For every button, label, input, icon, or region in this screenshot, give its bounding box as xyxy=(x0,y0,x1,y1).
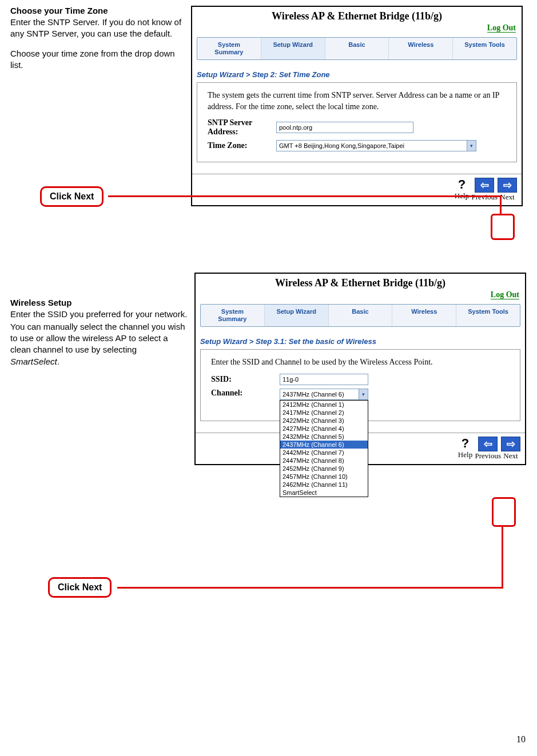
help-button-2[interactable]: ? Help xyxy=(457,437,474,459)
highlight-next-2 xyxy=(492,497,516,527)
tab2-system-summary[interactable]: System Summary xyxy=(201,305,265,326)
logout-link[interactable]: Log Out xyxy=(487,23,516,33)
tab-setup-wizard[interactable]: Setup Wizard xyxy=(261,38,325,59)
channel-option[interactable]: 2432MHz (Channel 5) xyxy=(280,433,368,441)
callout-click-next-2: Click Next xyxy=(48,577,112,598)
timezone-value: GMT +8 Beijing,Hong Kong,Singapore,Taipe… xyxy=(279,142,404,149)
panel1-desc: The system gets the current time from SN… xyxy=(208,90,506,112)
connector2-v xyxy=(502,527,503,589)
section1-heading: Choose your Time Zone xyxy=(10,6,182,15)
arrow-left-icon-2: ⇦ xyxy=(478,437,498,451)
next-button-2[interactable]: ⇨ Next xyxy=(501,437,520,461)
tab-system-summary[interactable]: System Summary xyxy=(197,38,261,59)
panel-timezone: Wireless AP & Ethernet Bridge (11b/g) Lo… xyxy=(191,6,523,206)
previous-button-2[interactable]: ⇦ Previous xyxy=(475,437,502,461)
panel-wireless: Wireless AP & Ethernet Bridge (11b/g) Lo… xyxy=(194,273,526,465)
channel-option[interactable]: 2412MHz (Channel 1) xyxy=(280,401,368,409)
channel-select[interactable]: 2437MHz (Channel 6) ▾ xyxy=(280,389,368,400)
chevron-down-icon[interactable]: ▾ xyxy=(467,141,476,151)
connector1-v xyxy=(500,195,502,214)
channel-option-selected[interactable]: 2437MHz (Channel 6) xyxy=(280,441,368,449)
logout-link-2[interactable]: Log Out xyxy=(491,290,519,299)
section1-para2: Choose your time zone from the drop down… xyxy=(10,48,182,71)
tab-wireless[interactable]: Wireless xyxy=(389,38,453,59)
panel1-tabs: System Summary Setup Wizard Basic Wirele… xyxy=(197,37,517,60)
panel2-breadcrumb: Setup Wizard > Step 3.1: Set the basic o… xyxy=(196,327,525,348)
channel-option[interactable]: 2427MHz (Channel 4) xyxy=(280,425,368,433)
panel2-title: Wireless AP & Ethernet Bridge (11b/g) xyxy=(196,274,525,290)
channel-option[interactable]: 2462MHz (Channel 11) xyxy=(280,481,368,489)
section2-sidebar: Wireless Setup Enter the SSID you prefer… xyxy=(10,273,188,465)
timezone-select[interactable]: GMT +8 Beijing,Hong Kong,Singapore,Taipe… xyxy=(276,140,476,151)
tab2-setup-wizard[interactable]: Setup Wizard xyxy=(265,305,329,326)
tab2-wireless[interactable]: Wireless xyxy=(392,305,456,326)
arrow-right-icon-2: ⇨ xyxy=(501,437,520,451)
panel2-tabs: System Summary Setup Wizard Basic Wirele… xyxy=(200,304,520,327)
ssid-input[interactable] xyxy=(280,374,368,385)
panel1-breadcrumb: Setup Wizard > Step 2: Set Time Zone xyxy=(192,60,522,81)
channel-dropdown-list: 2412MHz (Channel 1) 2417MHz (Channel 2) … xyxy=(280,400,368,497)
panel2-desc: Enter the SSID and Channel to be used by… xyxy=(211,357,510,368)
connector1-h xyxy=(108,195,502,197)
previous-button[interactable]: ⇦ Previous xyxy=(472,178,498,202)
sntp-label: SNTP Server Address: xyxy=(208,118,276,137)
arrow-right-icon: ⇨ xyxy=(498,178,517,193)
channel-option[interactable]: 2457MHz (Channel 10) xyxy=(280,473,368,481)
panel1-title: Wireless AP & Ethernet Bridge (11b/g) xyxy=(192,7,522,23)
channel-option[interactable]: SmartSelect xyxy=(280,489,368,497)
channel-label: Channel: xyxy=(211,389,280,398)
tab2-system-tools[interactable]: System Tools xyxy=(456,305,520,326)
section2-para1: Enter the SSID you preferred for your ne… xyxy=(10,309,188,320)
tab2-basic[interactable]: Basic xyxy=(329,305,393,326)
channel-option[interactable]: 2442MHz (Channel 7) xyxy=(280,449,368,457)
tab-system-tools[interactable]: System Tools xyxy=(453,38,516,59)
connector2-h xyxy=(117,587,503,589)
channel-option[interactable]: 2417MHz (Channel 2) xyxy=(280,409,368,417)
help-icon: ? xyxy=(458,177,466,192)
channel-option[interactable]: 2422MHz (Channel 3) xyxy=(280,417,368,425)
timezone-label: Time Zone: xyxy=(208,141,276,150)
section2-heading: Wireless Setup xyxy=(10,298,188,307)
page-number: 10 xyxy=(516,734,526,745)
ssid-label: SSID: xyxy=(211,375,280,384)
section2-para2: You can manually select the channel you … xyxy=(10,321,188,367)
channel-option[interactable]: 2447MHz (Channel 8) xyxy=(280,457,368,465)
help-icon-2: ? xyxy=(462,436,469,451)
channel-option[interactable]: 2452MHz (Channel 9) xyxy=(280,465,368,473)
highlight-next-1 xyxy=(491,214,515,240)
callout-click-next-1: Click Next xyxy=(40,186,104,207)
sntp-input[interactable] xyxy=(276,122,413,133)
section1-para1: Enter the SNTP Server. If you do not kno… xyxy=(10,17,182,40)
section1-sidebar: Choose your Time Zone Enter the SNTP Ser… xyxy=(10,6,182,206)
tab-basic[interactable]: Basic xyxy=(325,38,389,59)
arrow-left-icon: ⇦ xyxy=(475,178,494,193)
chevron-down-icon-2[interactable]: ▾ xyxy=(359,389,368,399)
channel-value: 2437MHz (Channel 6) xyxy=(283,391,344,398)
